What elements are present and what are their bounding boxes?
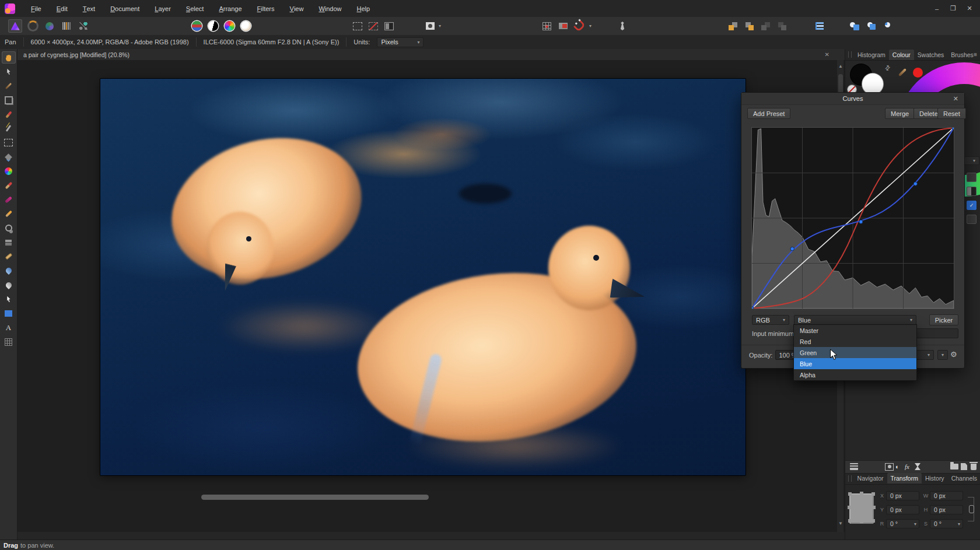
anchor-point-selector[interactable] <box>849 493 874 524</box>
menu-document[interactable]: Document <box>103 0 147 17</box>
menu-arrange[interactable]: Arrange <box>211 0 249 17</box>
snapping-button[interactable] <box>572 19 586 33</box>
tab-swatches[interactable]: Swatches <box>914 50 948 60</box>
swap-colours-icon[interactable]: ⇄ <box>883 64 892 73</box>
gradient-tool[interactable] <box>2 165 16 177</box>
liquify-persona-button[interactable] <box>26 19 40 33</box>
insert-inside-button[interactable] <box>865 19 879 33</box>
link-dimensions-icon[interactable] <box>969 505 974 513</box>
colour-replacement-brush-tool[interactable] <box>2 194 16 206</box>
panel-drag-handle[interactable] <box>848 475 852 482</box>
clone-stamp-tool[interactable] <box>2 236 16 248</box>
picked-colour-swatch[interactable] <box>913 68 923 78</box>
quick-mask-button[interactable] <box>423 19 437 33</box>
insert-behind-button[interactable] <box>848 19 862 33</box>
y-field[interactable]: 0 px <box>886 505 919 514</box>
auto-levels-button[interactable] <box>190 19 204 33</box>
channel-select[interactable]: Blue ▾ <box>794 315 916 325</box>
colour-picker-icon[interactable] <box>898 68 907 76</box>
menu-edit[interactable]: Edit <box>49 0 75 17</box>
menu-window[interactable]: Window <box>311 0 349 17</box>
channel-option-green[interactable]: Green <box>794 347 916 358</box>
paint-brush-tool[interactable] <box>2 180 16 192</box>
layer-effects-button[interactable]: fx <box>905 463 909 471</box>
flood-fill-tool[interactable] <box>2 151 16 163</box>
selection-mask-button[interactable] <box>382 19 396 33</box>
export-persona-button[interactable] <box>76 19 90 33</box>
flood-select-tool[interactable] <box>2 122 16 135</box>
document-tab[interactable]: a pair of cygnets.jpg [Modified] (20.8%) <box>18 51 130 58</box>
menu-help[interactable]: Help <box>349 0 378 17</box>
mesh-warp-tool[interactable] <box>2 336 16 348</box>
tab-histogram[interactable]: Histogram <box>854 50 889 60</box>
colour-picker-tool[interactable] <box>2 80 16 92</box>
minimize-button[interactable]: – <box>930 3 944 15</box>
auto-colour-button[interactable] <box>222 19 236 33</box>
tab-navigator[interactable]: Navigator <box>854 473 887 484</box>
close-button[interactable]: ✕ <box>963 3 977 15</box>
move-tool[interactable] <box>2 65 16 78</box>
h-field[interactable]: 0 px <box>930 505 963 514</box>
group-layers-button[interactable] <box>950 463 958 471</box>
rectangle-tool[interactable] <box>2 307 16 320</box>
edit-all-layers-button[interactable] <box>850 463 858 471</box>
menu-view[interactable]: View <box>282 0 312 17</box>
picker-button[interactable]: Picker <box>929 314 958 325</box>
photo-canvas[interactable] <box>100 79 746 475</box>
quick-mask-dropdown[interactable]: ▾ <box>436 19 443 33</box>
force-pixel-alignment-button[interactable] <box>556 19 570 33</box>
move-back-one-button[interactable] <box>742 19 756 33</box>
mask-layer-button[interactable] <box>885 463 894 471</box>
menu-file[interactable]: File <box>23 0 49 17</box>
tab-channels[interactable]: Channels <box>948 473 980 484</box>
adjustment-layer-button[interactable]: ◐ <box>895 463 900 471</box>
blend-options-dropdown[interactable]: ▾ <box>937 350 948 360</box>
maximize-button[interactable]: ❒ <box>946 3 960 15</box>
close-dialog-icon[interactable]: ✕ <box>953 95 958 103</box>
panel-edge-check-icon[interactable]: ✓ <box>967 201 977 210</box>
reset-button[interactable]: Reset <box>937 108 966 119</box>
colour-model-select[interactable]: RGB ▾ <box>752 315 789 325</box>
snapping-dropdown[interactable]: ▾ <box>587 19 594 33</box>
channel-option-red[interactable]: Red <box>794 336 916 347</box>
blur-tool[interactable] <box>2 265 16 277</box>
dodge-brush-tool[interactable] <box>2 222 16 234</box>
channel-option-blue[interactable]: Blue <box>794 358 916 369</box>
add-preset-button[interactable]: Add Preset <box>747 108 790 119</box>
menu-filters[interactable]: Filters <box>250 0 282 17</box>
merge-button[interactable]: Merge <box>885 108 915 119</box>
move-to-front-button[interactable] <box>775 19 789 33</box>
panel-edge-icon-1[interactable] <box>967 173 977 182</box>
panel-edge-icon-3[interactable] <box>967 215 977 224</box>
move-forward-one-button[interactable] <box>758 19 772 33</box>
photo-persona-button[interactable] <box>8 19 22 33</box>
menu-select[interactable]: Select <box>178 0 212 17</box>
move-to-back-button[interactable] <box>726 19 740 33</box>
selection-subtract-button[interactable] <box>366 19 380 33</box>
delete-layer-button[interactable] <box>971 463 977 471</box>
tab-history[interactable]: History <box>922 473 948 484</box>
develop-persona-button[interactable] <box>43 19 57 33</box>
curves-dialog-title[interactable]: Curves <box>741 93 964 105</box>
alignment-button[interactable] <box>813 19 827 33</box>
tone-mapping-persona-button[interactable] <box>60 19 74 33</box>
horizontal-scrollbar-thumb[interactable] <box>201 495 429 500</box>
x-field[interactable]: 0 px <box>886 491 919 500</box>
assistant-button[interactable] <box>615 19 629 33</box>
menu-layer[interactable]: Layer <box>147 0 178 17</box>
panel-drag-handle[interactable] <box>848 51 852 58</box>
node-tool[interactable] <box>2 293 16 306</box>
channel-option-master[interactable]: Master <box>794 325 916 336</box>
panel-menu-icon[interactable]: ≡ <box>974 51 977 58</box>
artistic-text-tool[interactable]: A <box>2 321 16 334</box>
curves-graph[interactable] <box>752 128 954 309</box>
w-field[interactable]: 0 px <box>930 491 963 500</box>
auto-white-balance-button[interactable] <box>239 19 253 33</box>
units-select[interactable]: Pixels ▾ <box>377 37 424 47</box>
panel-edge-dropdown[interactable]: ▾ <box>964 156 979 165</box>
add-layer-button[interactable] <box>961 463 967 471</box>
crop-tool[interactable] <box>2 94 16 106</box>
pixel-tool[interactable] <box>2 208 16 220</box>
tab-transform[interactable]: Transform <box>887 473 922 484</box>
secondary-colour-swatch[interactable] <box>862 73 883 94</box>
